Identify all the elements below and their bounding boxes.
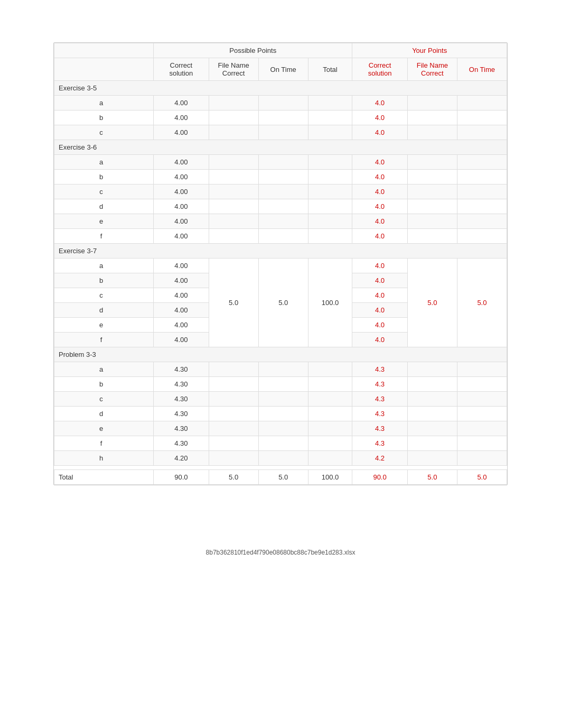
correct-solution-value: 4.30: [154, 436, 209, 451]
row-label: c: [54, 125, 154, 140]
correct-solution-value: 4.00: [154, 288, 209, 303]
file-name-correct-value: [209, 214, 258, 229]
correct-solution-value: 4.30: [154, 362, 209, 377]
row-label: c: [54, 288, 154, 303]
total-value: [308, 421, 352, 436]
your-file-value: 5.0: [407, 259, 457, 347]
on-time-value: [258, 110, 308, 125]
your-file-value: [407, 199, 457, 214]
your-correct-value: 4.2: [352, 451, 408, 466]
header-group-row: Possible Points Your Points: [54, 43, 507, 58]
row-label: b: [54, 273, 154, 288]
your-file-value: [407, 377, 457, 392]
your-correct-value: 4.3: [352, 377, 408, 392]
correct-solution-value: 4.30: [154, 377, 209, 392]
total-value: [308, 110, 352, 125]
row-label: d: [54, 199, 154, 214]
section-header-row: Problem 3-3: [54, 347, 507, 362]
footer-filename: 8b7b362810f1ed4f790e08680bc88c7be9e1d283…: [206, 549, 356, 556]
correct-solution-value: 4.00: [154, 229, 209, 244]
your-correct-value: 4.0: [352, 199, 408, 214]
your-correct-value: 4.0: [352, 125, 408, 140]
row-label: b: [54, 377, 154, 392]
your-correct-solution-header: Correct solution: [352, 58, 408, 81]
row-label: d: [54, 407, 154, 421]
correct-solution-value: 4.30: [154, 407, 209, 421]
correct-solution-value: 4.00: [154, 333, 209, 347]
file-name-correct-value: [209, 110, 258, 125]
total-your-correct: 90.0: [352, 470, 408, 485]
table-row: f 4.00 4.0: [54, 229, 507, 244]
total-value: [308, 125, 352, 140]
your-file-value: [407, 170, 457, 185]
section-header-row: Exercise 3-7: [54, 244, 507, 259]
total-value: [308, 392, 352, 407]
total-value: [308, 214, 352, 229]
table-row: h 4.20 4.2: [54, 451, 507, 466]
your-on-time-header: On Time: [457, 58, 507, 81]
file-name-correct-value: [209, 155, 258, 170]
correct-solution-value: 4.00: [154, 185, 209, 199]
on-time-value: [258, 421, 308, 436]
row-label: e: [54, 214, 154, 229]
on-time-value: [258, 362, 308, 377]
total-value: [308, 451, 352, 466]
row-label: e: [54, 421, 154, 436]
correct-solution-value: 4.00: [154, 199, 209, 214]
correct-solution-value: 4.00: [154, 96, 209, 110]
correct-solution-value: 4.00: [154, 110, 209, 125]
your-file-value: [407, 155, 457, 170]
your-correct-value: 4.0: [352, 110, 408, 125]
on-time-value: [258, 229, 308, 244]
correct-solution-value: 4.30: [154, 392, 209, 407]
on-time-value: [258, 185, 308, 199]
file-name-correct-value: [209, 451, 258, 466]
your-correct-value: 4.0: [352, 303, 408, 318]
your-correct-value: 4.0: [352, 288, 408, 303]
your-correct-value: 4.0: [352, 170, 408, 185]
file-name-correct-value: [209, 199, 258, 214]
main-table-wrapper: Possible Points Your Points Correct solu…: [53, 42, 508, 485]
total-value: [308, 362, 352, 377]
table-row: a 4.00 5.0 5.0 100.0 4.0 5.0 5.0: [54, 259, 507, 273]
total-your-time: 5.0: [457, 470, 507, 485]
possible-points-header: Possible Points: [154, 43, 352, 58]
your-file-value: [407, 362, 457, 377]
table-row: a 4.30 4.3: [54, 362, 507, 377]
on-time-value: [258, 199, 308, 214]
empty-subheader: [54, 58, 154, 81]
row-label: f: [54, 436, 154, 451]
your-time-value: [457, 229, 507, 244]
row-label: b: [54, 170, 154, 185]
file-name-correct-value: [209, 185, 258, 199]
your-file-value: [407, 185, 457, 199]
correct-solution-value: 4.00: [154, 303, 209, 318]
row-label: a: [54, 362, 154, 377]
your-time-value: [457, 185, 507, 199]
correct-solution-value: 4.00: [154, 273, 209, 288]
correct-solution-value: 4.00: [154, 214, 209, 229]
your-time-value: [457, 110, 507, 125]
your-time-value: [457, 362, 507, 377]
file-name-correct-value: [209, 170, 258, 185]
total-your-file: 5.0: [407, 470, 457, 485]
total-value: [308, 185, 352, 199]
your-time-value: [457, 392, 507, 407]
on-time-header: On Time: [258, 58, 308, 81]
your-file-value: [407, 421, 457, 436]
correct-solution-value: 4.00: [154, 259, 209, 273]
row-label: c: [54, 392, 154, 407]
total-label: Total: [54, 470, 154, 485]
correct-solution-value: 4.30: [154, 421, 209, 436]
total-total: 100.0: [308, 470, 352, 485]
row-label: f: [54, 333, 154, 347]
your-time-value: [457, 96, 507, 110]
total-value: [308, 229, 352, 244]
row-label: d: [54, 303, 154, 318]
total-value: [308, 155, 352, 170]
your-correct-value: 4.0: [352, 214, 408, 229]
total-value: [308, 170, 352, 185]
on-time-value: [258, 377, 308, 392]
on-time-value: 5.0: [258, 259, 308, 347]
file-name-correct-value: [209, 229, 258, 244]
